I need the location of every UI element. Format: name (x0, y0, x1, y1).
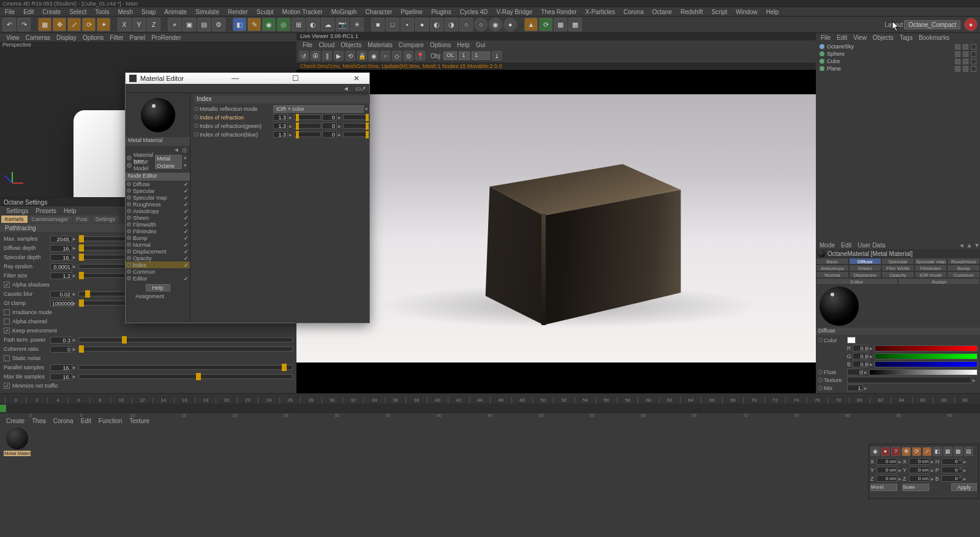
spinner-icon[interactable]: ▸ (72, 374, 76, 380)
channel-specular[interactable]: Specular✓ (126, 187, 190, 194)
vis-tag2-icon[interactable] (963, 44, 968, 50)
vis-tag-icon[interactable] (955, 44, 960, 50)
ior-slider-a[interactable] (294, 123, 321, 129)
layout-select[interactable]: Octane_Compact (904, 20, 960, 29)
channel-roughness[interactable]: Roughness✓ (126, 201, 190, 208)
setting-value[interactable]: 0.02 (50, 291, 72, 298)
object-octanesky[interactable]: OctaneSky (820, 43, 976, 50)
objmenu-objects[interactable]: Objects (873, 34, 894, 41)
lv-samples-field[interactable]: 1 (459, 51, 470, 60)
y-axis-icon[interactable]: Y (132, 18, 146, 31)
botmenu-function[interactable]: Function (99, 418, 122, 424)
channel-filmindex[interactable]: Filmindex✓ (126, 228, 190, 235)
tb-d-icon[interactable]: ● (415, 18, 429, 31)
obj-tag-icon[interactable] (971, 44, 976, 50)
rotate-icon[interactable]: ⟳ (82, 18, 96, 31)
setting-slider[interactable] (78, 374, 293, 379)
lvmenu-materials[interactable]: Materials (368, 42, 393, 48)
tb-l-icon[interactable]: ⟳ (539, 18, 552, 31)
menu-window[interactable]: Window (736, 9, 758, 15)
setting-value[interactable]: 1000000. (50, 300, 72, 307)
color-swatch[interactable] (847, 337, 856, 344)
attrtab-displacem[interactable]: Displacem (849, 271, 882, 278)
z-axis-icon[interactable]: Z (147, 18, 160, 31)
spinner-icon[interactable]: ▸ (72, 245, 76, 251)
setting-value[interactable]: 0.3 (50, 337, 72, 344)
attrtab-anisotropy[interactable]: Anisotropy (816, 265, 849, 271)
lv-stop-icon[interactable]: ⦿ (311, 51, 320, 61)
menu-redshift[interactable]: Redshift (680, 9, 703, 15)
checkbox[interactable]: ✓ (4, 383, 10, 389)
coord-val[interactable]: 0 cm (909, 475, 930, 482)
tb-k-icon[interactable]: ▲ (524, 18, 538, 31)
lv-play-icon[interactable]: ▶ (334, 51, 344, 61)
vis-tag2-icon[interactable] (963, 66, 968, 72)
assignment-label[interactable]: Assignment (126, 291, 190, 299)
vpmenu-display[interactable]: Display (56, 34, 77, 41)
menu-tools[interactable]: Tools (95, 9, 109, 15)
render-view-icon[interactable]: ▣ (183, 18, 196, 31)
setting-value[interactable]: 16. (50, 254, 72, 261)
coord-space-select[interactable]: World (870, 484, 897, 491)
menu-animate[interactable]: Animate (164, 9, 187, 15)
material-editor-window[interactable]: Material Editor — ☐ ✕ ◄ ▭↗ Metal Materia… (125, 72, 370, 323)
botmenu-texture[interactable]: Texture (129, 418, 149, 424)
spinner-icon[interactable]: ▸ (72, 263, 76, 269)
attrtab-film-width[interactable]: Film Width (881, 265, 914, 271)
octtab-kernels[interactable]: Kernels (1, 216, 28, 223)
lv-region-icon[interactable]: ◇ (392, 51, 402, 61)
menu-v-ray-bridge[interactable]: V-Ray Bridge (496, 9, 532, 15)
tb-f-icon[interactable]: ◑ (445, 18, 458, 31)
channel-common[interactable]: Common (126, 268, 190, 275)
redo-icon[interactable]: ↷ (17, 18, 31, 31)
spinner-icon[interactable]: ▸ (72, 346, 76, 352)
playhead[interactable] (0, 405, 6, 412)
attrtab-filmindex[interactable]: Filmindex (914, 265, 948, 271)
node-editor-button[interactable]: Node Editor (126, 173, 190, 181)
minimize-button[interactable]: — (226, 74, 244, 83)
menu-render[interactable]: Render (228, 9, 248, 15)
channel-displacement[interactable]: Displacement✓ (126, 248, 190, 255)
menu-thea-render[interactable]: Thea Render (541, 9, 576, 15)
spinner-icon[interactable]: ▸ (72, 272, 76, 279)
tb-b-icon[interactable]: □ (386, 18, 399, 31)
cm6-icon[interactable]: ⤢ (922, 447, 932, 456)
lv-pin-icon[interactable]: 📍 (415, 51, 425, 61)
rgb-value[interactable]: 0.9 (853, 361, 869, 367)
material-shelf-item[interactable]: Metal Material (4, 427, 31, 456)
ior-value2[interactable]: 0 (322, 114, 337, 121)
spinner-icon[interactable]: ▸ (72, 337, 76, 343)
ior-slider-b[interactable] (343, 115, 370, 120)
ior-slider-b[interactable] (343, 123, 370, 129)
menu-file[interactable]: File (5, 9, 15, 15)
texture-slot[interactable] (847, 377, 971, 383)
lv-lock-icon[interactable]: 🔒 (357, 51, 367, 61)
extrude-icon[interactable]: ◎ (277, 18, 290, 31)
rgb-slider[interactable] (875, 353, 978, 359)
vis-tag2-icon[interactable] (963, 59, 968, 64)
tb-c-icon[interactable]: ▪ (401, 18, 414, 31)
undo-icon[interactable]: ↶ (2, 18, 16, 31)
coord-val[interactable]: 0 ° (941, 475, 962, 482)
setting-value[interactable]: 16. (50, 245, 72, 252)
coord-system-icon[interactable]: ⌖ (168, 18, 181, 31)
tb-a-icon[interactable]: ■ (371, 18, 385, 31)
spinner-icon[interactable]: ▸ (72, 254, 76, 260)
vis-tag2-icon[interactable] (963, 51, 968, 57)
botmenu-corona[interactable]: Corona (53, 418, 74, 424)
object-plane[interactable]: Plane (820, 65, 976, 72)
channel-index[interactable]: Index✓ (126, 261, 190, 268)
rgb-slider[interactable] (875, 361, 978, 367)
material-name-label[interactable]: Metal Material (126, 137, 190, 146)
attrtab-specular-map[interactable]: Specular map (914, 258, 948, 265)
vis-tag-icon[interactable] (955, 59, 960, 64)
attrtab-diffuse[interactable]: Diffuse (849, 258, 882, 265)
rgb-slider[interactable] (875, 345, 978, 351)
menu-mograph[interactable]: MoGraph (331, 9, 357, 15)
lv-focus-icon[interactable]: ⊙ (404, 51, 413, 61)
last-tool-icon[interactable]: ✦ (97, 18, 110, 31)
menu-help[interactable]: Help (766, 9, 779, 15)
subdivision-icon[interactable]: ◉ (262, 18, 276, 31)
light-icon[interactable]: ☀ (350, 18, 364, 31)
attrtab-editor[interactable]: Editor (816, 278, 898, 285)
